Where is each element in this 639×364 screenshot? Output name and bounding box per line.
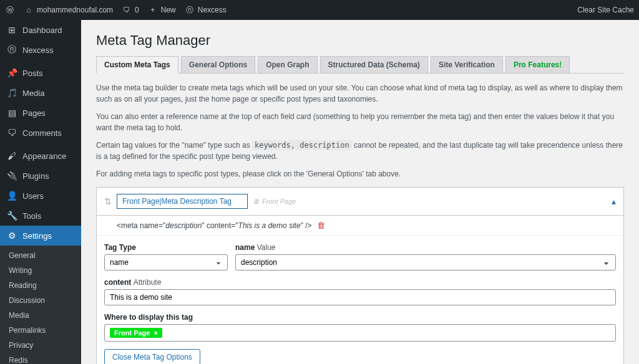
admin-sidebar: ⊞Dashboard ⓝNexcess 📌Posts 🎵Media ▤Pages… — [0, 20, 81, 364]
page-icon: 🗎 — [253, 198, 260, 205]
tab-structured-data[interactable]: Structured Data (Schema) — [320, 56, 428, 74]
location-chip: Front Page× — [110, 328, 162, 338]
pages-icon: ▤ — [6, 107, 17, 118]
home-icon: ⌂ — [24, 5, 34, 15]
menu-plugins[interactable]: 🔌Plugins — [0, 166, 81, 186]
close-options-button[interactable]: Close Meta Tag Options — [104, 349, 200, 364]
dashboard-icon: ⊞ — [6, 24, 17, 36]
submenu-permalinks[interactable]: Permalinks — [0, 323, 81, 338]
name-value-select[interactable]: description — [235, 254, 616, 271]
submenu-redis[interactable]: Redis — [0, 353, 81, 364]
menu-posts[interactable]: 📌Posts — [0, 63, 81, 83]
comments-icon: 🗨 — [6, 127, 17, 138]
menu-tools[interactable]: 🔧Tools — [0, 206, 81, 226]
wp-logo[interactable]: ⓦ — [5, 5, 15, 15]
clear-cache-link[interactable]: Clear Site Cache — [577, 6, 634, 14]
content-attribute-label: content Attribute — [104, 278, 616, 287]
collapse-card-icon[interactable]: ▴ — [612, 196, 616, 206]
menu-media[interactable]: 🎵Media — [0, 83, 81, 103]
plus-icon: + — [148, 5, 158, 15]
description-3: Certain tag values for the "name" type s… — [96, 140, 624, 162]
new-content-link[interactable]: +New — [148, 5, 176, 15]
menu-pages[interactable]: ▤Pages — [0, 103, 81, 123]
meta-tag-card: ⇅ 🗎Front Page ▴ <meta name="description"… — [96, 187, 624, 364]
menu-users[interactable]: 👤Users — [0, 186, 81, 206]
tab-nav: Custom Meta Tags General Options Open Gr… — [96, 56, 624, 74]
admin-bar: ⓦ ⌂mohammednoufal.com 🗨0 +New ⓝNexcess C… — [0, 0, 639, 20]
description-2: You can also enter a reference name at t… — [96, 111, 624, 133]
name-value-label: name Value — [235, 243, 616, 252]
description-1: Use the meta tag builder to create meta … — [96, 82, 624, 105]
user-icon: 👤 — [6, 190, 17, 201]
submenu-writing[interactable]: Writing — [0, 263, 81, 278]
comments-link[interactable]: 🗨0 — [122, 5, 139, 15]
menu-dashboard[interactable]: ⊞Dashboard — [0, 20, 81, 40]
submenu-reading[interactable]: Reading — [0, 278, 81, 293]
nexcess-icon: ⓝ — [6, 44, 17, 55]
delete-icon[interactable]: 🗑 — [317, 221, 325, 230]
card-header: ⇅ 🗎Front Page ▴ — [97, 188, 623, 216]
settings-submenu: General Writing Reading Discussion Media… — [0, 246, 81, 364]
meta-preview: <meta name="description" content="This i… — [97, 216, 623, 236]
tab-general-options[interactable]: General Options — [181, 56, 255, 74]
comment-icon: 🗨 — [122, 5, 132, 15]
menu-appearance[interactable]: 🖌Appearance — [0, 146, 81, 166]
reference-name-input[interactable] — [117, 194, 248, 209]
brush-icon: 🖌 — [6, 150, 17, 161]
site-name-link[interactable]: ⌂mohammednoufal.com — [24, 5, 113, 15]
page-title: Meta Tag Manager — [96, 32, 624, 49]
wrench-icon: 🔧 — [6, 210, 17, 221]
description-4: For adding meta tags to specific post ty… — [96, 168, 624, 180]
plug-icon: 🔌 — [6, 170, 17, 181]
submenu-media[interactable]: Media — [0, 308, 81, 323]
menu-nexcess[interactable]: ⓝNexcess — [0, 40, 81, 60]
pin-icon: 📌 — [6, 67, 17, 79]
drag-handle-icon[interactable]: ⇅ — [104, 196, 112, 206]
main-content: Meta Tag Manager Custom Meta Tags Genera… — [81, 20, 639, 364]
tab-custom-meta-tags[interactable]: Custom Meta Tags — [96, 56, 178, 74]
menu-comments[interactable]: 🗨Comments — [0, 123, 81, 143]
tag-type-select[interactable]: name — [104, 254, 228, 271]
where-display-input[interactable]: Front Page× — [104, 324, 616, 342]
content-input[interactable] — [104, 289, 616, 305]
nexcess-link[interactable]: ⓝNexcess — [185, 5, 227, 15]
submenu-discussion[interactable]: Discussion — [0, 293, 81, 308]
tab-site-verification[interactable]: Site Verification — [431, 56, 503, 74]
nexcess-icon: ⓝ — [185, 5, 195, 15]
tab-pro-features[interactable]: Pro Features! — [505, 56, 570, 74]
gear-icon: ⚙ — [6, 230, 17, 241]
menu-settings[interactable]: ⚙Settings — [0, 226, 81, 246]
media-icon: 🎵 — [6, 87, 17, 98]
remove-chip-icon[interactable]: × — [154, 329, 157, 337]
submenu-privacy[interactable]: Privacy — [0, 338, 81, 353]
tag-type-label: Tag Type — [104, 243, 228, 252]
tab-open-graph[interactable]: Open Graph — [258, 56, 317, 74]
where-display-label: Where to display this tag — [104, 313, 616, 322]
submenu-general[interactable]: General — [0, 248, 81, 263]
context-hint: 🗎Front Page — [253, 198, 296, 205]
